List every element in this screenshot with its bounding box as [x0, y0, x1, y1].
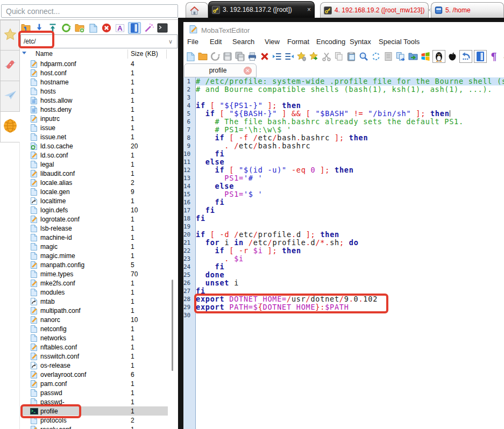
menu-view[interactable]: View	[265, 38, 280, 46]
file-row-mime.types[interactable]: mime.types70	[20, 269, 168, 278]
find-icon[interactable]	[358, 51, 369, 62]
paste-icon[interactable]	[346, 51, 357, 62]
close-icon[interactable]: ✕	[244, 67, 252, 75]
sidebar-tab-macros[interactable]	[0, 81, 20, 112]
move-icon[interactable]	[408, 51, 418, 62]
refresh-icon[interactable]	[61, 22, 72, 34]
menu-special-tools[interactable]: Special Tools	[379, 38, 420, 46]
file-row-nsswitch.conf[interactable]: nsswitch.conf1	[20, 352, 168, 361]
history-icon[interactable]	[210, 51, 221, 62]
file-row-os-release[interactable]: os-release1	[20, 361, 168, 370]
chevron-down-icon[interactable]: ∨	[168, 38, 177, 45]
apple-icon[interactable]	[447, 51, 458, 62]
file-row-libaudit.conf[interactable]: libaudit.conf1	[20, 169, 168, 178]
cut-icon[interactable]	[321, 51, 332, 62]
unindent-icon[interactable]	[272, 51, 282, 62]
file-row-nanorc[interactable]: nanorc10	[20, 315, 168, 324]
file-row-nftables.conf[interactable]: nftables.conf1	[20, 342, 168, 352]
file-row-netconfig[interactable]: netconfig1	[20, 324, 168, 333]
file-row-magic[interactable]: magic1	[20, 242, 168, 251]
sidebar-tab-sftp[interactable]	[0, 112, 20, 142]
file-row-inputrc[interactable]: inputrc1	[20, 114, 168, 123]
linux-icon[interactable]	[432, 50, 445, 63]
menu-syntax[interactable]: Syntax	[350, 38, 371, 46]
session-tab[interactable]: 5. /home	[431, 2, 504, 18]
file-row-issue[interactable]: issue1	[20, 123, 168, 132]
save-as-icon[interactable]	[235, 51, 245, 62]
windows-icon[interactable]	[420, 51, 431, 62]
file-row-locale.gen[interactable]: locale.gen9	[20, 187, 168, 196]
file-row-machine-id[interactable]: machine-id1	[20, 233, 168, 242]
file-row-mke2fs.conf[interactable]: mke2fs.conf1	[20, 278, 168, 288]
file-row-lsb-release[interactable]: lsb-release1	[20, 224, 168, 233]
undo-icon[interactable]	[459, 50, 472, 63]
file-row-hosts.deny[interactable]: hosts.deny1	[20, 105, 168, 114]
file-row-magic.mime[interactable]: magic.mime1	[20, 251, 168, 260]
doc-gray-icon[interactable]	[383, 51, 394, 62]
highlighter-icon[interactable]	[501, 51, 504, 62]
session-tab[interactable]: 4. 192.168.19.2 ([root_mw123])×	[320, 2, 429, 18]
column-size[interactable]: Size (KB)	[131, 50, 158, 58]
file-row-login.defs[interactable]: login.defs10	[20, 205, 168, 215]
bookmark-add-icon[interactable]	[296, 51, 307, 62]
sidebar-tab-tools[interactable]	[0, 51, 20, 81]
file-row-networks[interactable]: networks1	[20, 333, 168, 342]
session-tab[interactable]: 3. 192.168.137.2 ([root])×	[208, 1, 315, 18]
new-folder-icon[interactable]	[74, 22, 85, 34]
file-row-mtab[interactable]: mtab1	[20, 297, 168, 306]
open-folder-icon[interactable]	[197, 51, 208, 62]
file-row-modules[interactable]: modules1	[20, 288, 168, 297]
quick-connect-input[interactable]	[1, 4, 178, 18]
file-row-issue.net[interactable]: issue.net1	[20, 132, 168, 141]
pilcrow-icon[interactable]: ¶	[488, 51, 499, 62]
dual-panel-selected-icon[interactable]	[128, 22, 141, 34]
document-tab-profile[interactable]: profile ✕	[184, 63, 257, 77]
delete-icon[interactable]	[101, 22, 112, 34]
file-row-manpath.config[interactable]: manpath.config5	[20, 260, 168, 269]
file-row-hosts.allow[interactable]: hosts.allow1	[20, 96, 168, 105]
file-row-localtime[interactable]: localtime1	[20, 196, 168, 205]
wand-icon[interactable]	[144, 22, 154, 34]
menu-file[interactable]: File	[187, 38, 198, 46]
rename-icon[interactable]: A	[115, 22, 125, 34]
file-row-hdparm.conf[interactable]: hdparm.conf4	[20, 59, 168, 68]
menu-edit[interactable]: Edit	[210, 38, 222, 46]
file-row-ld.so.conf[interactable]: ld.so.conf1	[20, 151, 168, 160]
file-row-logrotate.conf[interactable]: logrotate.conf1	[20, 215, 168, 224]
file-row-pam.conf[interactable]: pam.conf1	[20, 379, 168, 388]
copy-icon[interactable]	[333, 51, 344, 62]
menu-search[interactable]: Search	[232, 38, 254, 46]
file-row-ld.so.cache[interactable]: ld.so.cache20	[20, 141, 168, 151]
sidebar-tab-sessions[interactable]	[0, 20, 20, 51]
file-row-locale.alias[interactable]: locale.alias2	[20, 178, 168, 187]
file-row-legal[interactable]: legal1	[20, 160, 168, 169]
file-row-host.conf[interactable]: host.conf1	[20, 68, 168, 77]
close-icon[interactable]: ×	[307, 7, 311, 12]
file-row-passwd[interactable]: passwd1	[20, 388, 168, 397]
file-row-hosts[interactable]: hosts1	[20, 87, 168, 96]
terminal-icon[interactable]	[157, 22, 168, 34]
indent-icon[interactable]	[284, 51, 295, 62]
code-editor[interactable]: 1# /etc/profile: system-wide .profile fi…	[183, 77, 504, 429]
bookmark-next-icon[interactable]	[309, 51, 320, 62]
menu-format[interactable]: Format	[287, 38, 309, 46]
file-row-hostname[interactable]: hostname1	[20, 77, 168, 87]
dual-panel-icon[interactable]	[474, 50, 487, 63]
file-list[interactable]: hdparm.conf4host.conf1hostname1hosts1hos…	[20, 59, 168, 429]
delete-x-icon[interactable]	[259, 51, 270, 62]
menu-encoding[interactable]: Encoding	[316, 38, 345, 46]
sort-icon[interactable]	[22, 52, 26, 54]
file-list-scrollbar[interactable]	[172, 280, 173, 371]
column-divider[interactable]	[166, 49, 167, 59]
column-divider[interactable]	[127, 49, 128, 59]
column-name[interactable]: Name	[36, 50, 53, 58]
file-row-resolv.conf[interactable]: resolv.conf1	[20, 425, 168, 429]
tab-home[interactable]	[186, 2, 208, 18]
new-file-icon[interactable]	[185, 51, 196, 62]
new-file-icon[interactable]	[88, 22, 98, 34]
print-icon[interactable]	[247, 51, 258, 62]
file-row-multipath.conf[interactable]: multipath.conf1	[20, 306, 168, 315]
save-icon[interactable]	[222, 51, 233, 62]
replace-icon[interactable]	[371, 51, 381, 62]
file-row-overlayroot.conf[interactable]: overlayroot.conf6	[20, 370, 168, 379]
